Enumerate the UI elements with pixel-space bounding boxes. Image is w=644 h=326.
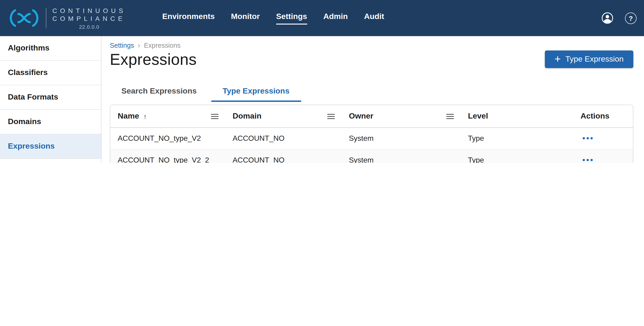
row-actions-button[interactable]: ••• — [582, 156, 594, 163]
sidebar-label-data-formats: Data Formats — [8, 93, 58, 101]
logo-divider — [46, 8, 46, 28]
sidebar-item-algorithms[interactable]: Algorithms — [0, 36, 101, 61]
user-icon — [602, 12, 614, 24]
nav-label-monitor: Monitor — [231, 12, 260, 24]
column-header-domain: Domain — [225, 112, 342, 121]
sidebar-item-domains[interactable]: Domains — [0, 110, 101, 134]
nav-label-admin: Admin — [324, 12, 348, 24]
nav-item-settings[interactable]: Settings — [276, 12, 307, 24]
help-icon: ? — [625, 12, 636, 24]
table-row: ACCOUNT_NO_type_V2 ACCOUNT_NO System Typ… — [110, 128, 633, 150]
row-actions-button[interactable]: ••• — [582, 134, 594, 143]
cell-name: ACCOUNT_NO_type_V2 — [110, 134, 225, 143]
nav-label-audit: Audit — [364, 12, 384, 24]
tab-search-expressions[interactable]: Search Expressions — [110, 87, 208, 102]
nav-label-settings: Settings — [276, 12, 307, 24]
sidebar-label-expressions: Expressions — [8, 142, 55, 150]
page-body: Algorithms Classifiers Data Formats Doma… — [0, 36, 644, 163]
add-type-expression-label: Type Expression — [566, 55, 624, 64]
top-navbar: CONTINUOUS COMPLIANCE 22.0.0.0 Environme… — [0, 0, 644, 36]
primary-nav: Environments Monitor Settings Admin Audi… — [162, 12, 384, 24]
ellipsis-icon: ••• — [582, 156, 594, 163]
plus-icon: + — [554, 53, 561, 64]
sidebar-item-classifiers[interactable]: Classifiers — [0, 61, 101, 85]
name-filter-menu-button[interactable] — [210, 112, 220, 120]
sidebar-item-jdbc-drivers[interactable]: JDBC Drivers — [0, 159, 101, 163]
column-header-name: Name ↑ — [110, 112, 225, 121]
breadcrumb: Settings › Expressions — [110, 41, 633, 50]
cell-level: Type — [460, 156, 570, 163]
app-window: CONTINUOUS COMPLIANCE 22.0.0.0 Environme… — [0, 0, 644, 163]
table-body: ACCOUNT_NO_type_V2 ACCOUNT_NO System Typ… — [110, 128, 633, 163]
menu-icon — [327, 113, 335, 119]
cell-domain: ACCOUNT_NO — [225, 134, 342, 143]
sidebar-label-classifiers: Classifiers — [8, 68, 48, 77]
title-row: Expressions + Type Expression — [110, 50, 633, 68]
cell-name: ACCOUNT_NO_type_V2_2 — [110, 156, 225, 163]
nav-item-environments[interactable]: Environments — [162, 12, 215, 24]
nav-item-audit[interactable]: Audit — [364, 12, 384, 24]
add-type-expression-button[interactable]: + Type Expression — [545, 50, 633, 68]
type-expressions-table: Name ↑ Domain — [110, 105, 633, 163]
table-row: ACCOUNT_NO_type_V2_2 ACCOUNT_NO System T… — [110, 150, 633, 163]
delphix-logo-icon — [7, 7, 41, 29]
expressions-tabs: Search Expressions Type Expressions — [110, 87, 633, 102]
menu-icon — [446, 113, 454, 119]
sidebar-label-algorithms: Algorithms — [8, 43, 49, 52]
nav-item-monitor[interactable]: Monitor — [231, 12, 260, 24]
column-header-owner-label[interactable]: Owner — [349, 112, 374, 121]
sort-ascending-icon[interactable]: ↑ — [144, 112, 147, 120]
navbar-right-icons: ? — [602, 12, 644, 24]
tab-type-expressions[interactable]: Type Expressions — [211, 87, 301, 102]
table-header-row: Name ↑ Domain — [110, 105, 633, 128]
tab-label-type-expressions: Type Expressions — [222, 87, 290, 95]
owner-filter-menu-button[interactable] — [445, 112, 455, 120]
breadcrumb-settings-link[interactable]: Settings — [110, 41, 134, 50]
settings-sidebar: Algorithms Classifiers Data Formats Doma… — [0, 36, 102, 163]
brand-line2: COMPLIANCE — [52, 14, 126, 22]
column-header-domain-label[interactable]: Domain — [232, 112, 262, 121]
cell-owner: System — [342, 134, 460, 143]
domain-filter-menu-button[interactable] — [326, 112, 336, 120]
nav-item-admin[interactable]: Admin — [324, 12, 348, 24]
nav-label-environments: Environments — [162, 12, 215, 24]
main-content: Settings › Expressions Expressions + Typ… — [102, 36, 644, 163]
column-header-name-label[interactable]: Name — [118, 112, 139, 121]
menu-icon — [211, 113, 219, 119]
cell-owner: System — [342, 156, 460, 163]
breadcrumb-current: Expressions — [144, 41, 180, 50]
brand-text: CONTINUOUS COMPLIANCE 22.0.0.0 — [52, 7, 126, 29]
brand-line1: CONTINUOUS — [52, 7, 126, 14]
tab-label-search-expressions: Search Expressions — [122, 87, 197, 95]
sidebar-item-expressions[interactable]: Expressions — [0, 134, 101, 159]
column-header-owner: Owner — [342, 112, 460, 121]
help-button[interactable]: ? — [625, 12, 636, 24]
sidebar-label-domains: Domains — [8, 117, 41, 126]
column-header-actions: Actions — [570, 112, 633, 121]
column-header-level[interactable]: Level — [460, 112, 570, 121]
cell-domain: ACCOUNT_NO — [225, 156, 342, 163]
user-menu-button[interactable] — [602, 12, 614, 24]
app-version: 22.0.0.0 — [52, 24, 126, 29]
cell-level: Type — [460, 134, 570, 143]
page-title: Expressions — [110, 50, 197, 68]
ellipsis-icon: ••• — [582, 134, 594, 143]
sidebar-item-data-formats[interactable]: Data Formats — [0, 85, 101, 110]
brand-home-link[interactable]: CONTINUOUS COMPLIANCE 22.0.0.0 — [0, 7, 126, 29]
chevron-right-icon: › — [138, 41, 140, 50]
